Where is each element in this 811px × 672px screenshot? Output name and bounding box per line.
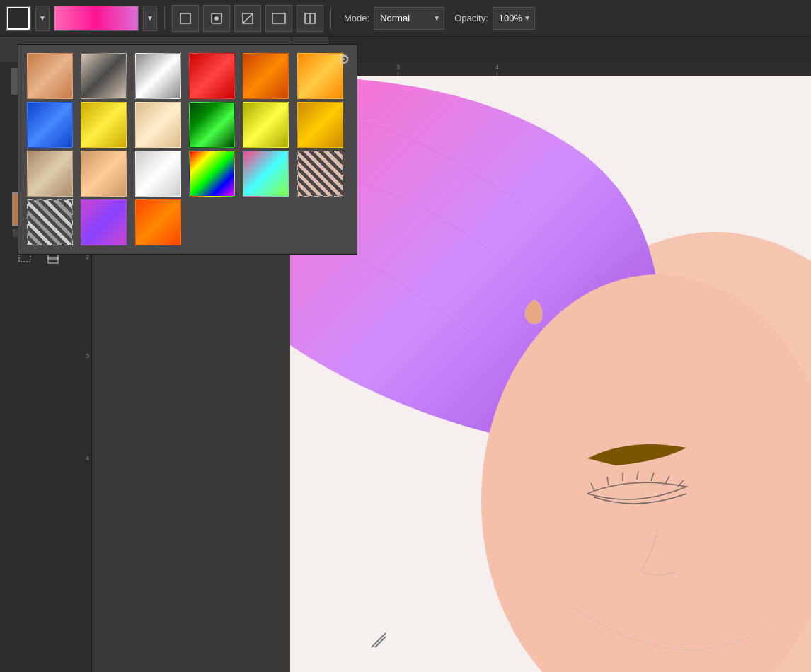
gradient-cell-14[interactable] [81,151,127,197]
svg-point-2 [215,17,218,20]
gradient-cell-13[interactable] [27,151,73,197]
gradient-dropdown[interactable]: ▼ [143,6,157,31]
svg-rect-19 [48,257,58,263]
mode-label: Mode: [344,13,369,23]
gradient-cell-9[interactable] [135,102,181,148]
gradient-cell-19[interactable] [27,199,73,245]
opacity-input[interactable]: 100% [493,7,535,30]
svg-line-30 [372,633,386,647]
gradient-cell-18[interactable] [297,151,343,197]
svg-line-4 [243,13,253,23]
top-ruler-mark-4: 4 [495,62,499,76]
gradient-cell-6[interactable] [297,53,343,99]
gradient-cell-7[interactable] [27,102,73,148]
opacity-label: Opacity: [454,13,488,23]
illustration-svg [290,76,811,672]
svg-rect-0 [180,13,190,23]
color-swatch-dropdown[interactable]: ▼ [35,6,50,31]
diagonal-lines-decoration [368,630,389,651]
gradient-cell-5[interactable] [243,53,289,99]
shape-tool-button-2[interactable] [203,5,230,32]
gradient-cell-4[interactable] [189,53,235,99]
svg-rect-5 [272,13,285,23]
color-swatch-button[interactable] [6,6,31,31]
illustration-canvas[interactable] [290,76,811,672]
gradient-cell-17[interactable] [243,151,289,197]
ruler-mark-4: 4 [78,455,91,462]
separator-1 [164,7,165,30]
top-ruler-mark-3: 3 [396,62,400,76]
separator-2 [330,7,331,30]
gradient-cell-12[interactable] [297,102,343,148]
gradient-picker-popup: ⚙ [18,44,357,255]
gradient-cell-15[interactable] [135,151,181,197]
gradient-cell-16[interactable] [189,151,235,197]
gear-icon[interactable]: ⚙ [338,52,350,67]
opacity-select-wrapper[interactable]: 100% ▼ [493,7,535,30]
gradient-cell-10[interactable] [189,102,235,148]
shape-tool-button-3[interactable] [234,5,261,32]
gradient-cell-8[interactable] [81,102,127,148]
gradient-cell-3[interactable] [135,53,181,99]
gradient-cell-1[interactable] [27,53,73,99]
ruler-mark-3: 3 [78,352,91,359]
gradient-cell-21[interactable] [135,199,181,245]
shape-tool-button-1[interactable] [172,5,199,32]
shape-tool-button-4[interactable] [265,5,292,32]
mode-select-wrapper[interactable]: Normal Multiply Screen Overlay ▼ [374,7,444,30]
gradient-cell-2[interactable] [81,53,127,99]
gradient-grid [27,53,348,245]
gradient-cell-11[interactable] [243,102,289,148]
mode-select[interactable]: Normal Multiply Screen Overlay [374,7,444,30]
shape-tool-button-5[interactable] [297,5,323,32]
gradient-swatch-button[interactable] [54,6,139,31]
svg-rect-20 [48,254,58,259]
top-toolbar: ▼ ▼ Mode: Normal [0,0,811,37]
gradient-cell-20[interactable] [81,199,127,245]
